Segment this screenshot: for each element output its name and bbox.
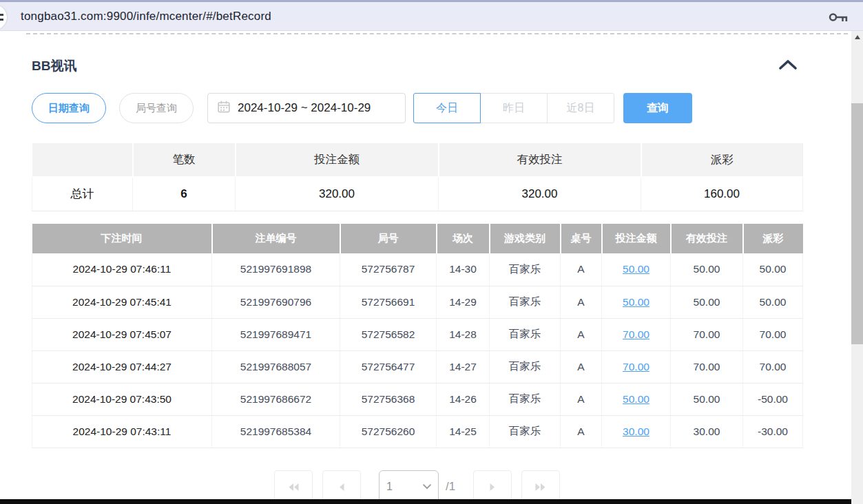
valid-bet-cell: 50.00: [671, 253, 743, 286]
game-type-cell: 百家乐: [490, 350, 561, 383]
collapse-chevron-up-icon[interactable]: [777, 59, 799, 72]
yesterday-button[interactable]: 昨日: [480, 93, 548, 123]
date-range-value: 2024-10-29 ~ 2024-10-29: [238, 101, 371, 115]
header-payout: 派彩: [743, 224, 803, 253]
site-info-icon[interactable]: [0, 5, 7, 30]
quick-range-group: 今日 昨日 近8日: [413, 93, 614, 123]
summary-total-row: 总计 6 320.00 320.00 160.00: [32, 177, 803, 211]
summary-count-value: 6: [133, 177, 236, 211]
table-row: 2024-10-29 07:45:41 521997690796 5727566…: [32, 286, 803, 318]
bet-time-cell: 2024-10-29 07:44:27: [32, 350, 212, 383]
scrollbar[interactable]: [851, 31, 863, 504]
session-cell: 14-29: [437, 286, 490, 318]
bet-time-cell: 2024-10-29 07:45:41: [32, 286, 212, 318]
order-no-cell: 521997690796: [212, 286, 340, 318]
valid-bet-cell: 30.00: [671, 415, 743, 448]
scrollbar-thumb[interactable]: [851, 103, 863, 344]
game-type-cell: 百家乐: [490, 383, 561, 415]
round-no-cell: 572756368: [340, 383, 437, 415]
payout-cell: 70.00: [743, 318, 803, 350]
key-icon[interactable]: [828, 10, 848, 28]
bet-amount-cell: 50.00: [602, 253, 671, 286]
payout-cell: -50.00: [743, 383, 803, 415]
round-no-cell: 572756691: [340, 286, 437, 318]
order-no-cell: 521997685384: [212, 415, 340, 448]
prev-page-button[interactable]: [322, 470, 361, 503]
round-query-tab[interactable]: 局号查询: [119, 93, 194, 123]
table-row: 2024-10-29 07:43:11 521997685384 5727562…: [32, 415, 803, 448]
bet-records-table: 下注时间 注单编号 局号 场次 游戏类别 桌号 投注金额 有效投注 派彩 202…: [32, 224, 803, 448]
summary-header-bet-amount: 投注金额: [236, 143, 439, 177]
valid-bet-cell: 50.00: [671, 383, 743, 415]
session-cell: 14-25: [437, 415, 490, 448]
table-row: 2024-10-29 07:44:27 521997688057 5727564…: [32, 350, 803, 383]
round-no-cell: 572756260: [340, 415, 437, 448]
pagination: 1 /1: [32, 470, 802, 503]
payout-cell: 50.00: [743, 286, 803, 318]
valid-bet-cell: 50.00: [671, 286, 743, 318]
search-button[interactable]: 查询: [623, 93, 692, 123]
header-bet-amount: 投注金额: [602, 224, 671, 253]
bet-amount-link[interactable]: 70.00: [623, 328, 649, 340]
next-page-button[interactable]: [473, 470, 512, 503]
summary-payout-value: 160.00: [641, 177, 803, 211]
bet-amount-link[interactable]: 50.00: [623, 393, 649, 405]
table-no-cell: A: [561, 253, 602, 286]
browser-address-bar[interactable]: tongbao31.com:9900/infe/mcenter/#/betRec…: [0, 2, 863, 31]
game-type-cell: 百家乐: [490, 253, 561, 286]
payout-cell: 50.00: [743, 253, 803, 286]
bet-time-cell: 2024-10-29 07:45:07: [32, 318, 212, 350]
date-query-tab[interactable]: 日期查询: [32, 93, 106, 123]
summary-header-row: 笔数 投注金额 有效投注 派彩: [32, 143, 803, 177]
total-pages-label: /1: [446, 480, 455, 494]
header-table-no: 桌号: [561, 224, 602, 253]
round-no-cell: 572756787: [340, 253, 437, 286]
last-page-button[interactable]: [521, 470, 560, 503]
page-title: BB视讯: [32, 57, 76, 75]
bet-amount-link[interactable]: 50.00: [623, 263, 649, 275]
game-type-cell: 百家乐: [490, 286, 561, 318]
order-no-cell: 521997689471: [212, 318, 340, 350]
order-no-cell: 521997688057: [212, 350, 340, 383]
last-8-days-button[interactable]: 近8日: [547, 93, 614, 123]
round-no-cell: 572756582: [340, 318, 437, 350]
header-session: 场次: [437, 224, 490, 253]
today-button[interactable]: 今日: [413, 93, 481, 123]
header-round-no: 局号: [340, 224, 437, 253]
table-no-cell: A: [561, 318, 602, 350]
table-no-cell: A: [561, 350, 602, 383]
bet-amount-link[interactable]: 70.00: [623, 361, 649, 372]
valid-bet-cell: 70.00: [671, 318, 743, 350]
table-row: 2024-10-29 07:45:07 521997689471 5727565…: [32, 318, 803, 350]
bet-amount-link[interactable]: 50.00: [623, 296, 649, 308]
session-cell: 14-27: [437, 350, 490, 383]
bet-time-cell: 2024-10-29 07:43:50: [32, 383, 212, 415]
bottom-edge: [0, 499, 851, 504]
header-order-no: 注单编号: [212, 224, 340, 253]
table-no-cell: A: [561, 415, 602, 448]
date-range-input[interactable]: 2024-10-29 ~ 2024-10-29: [207, 93, 406, 123]
summary-header-valid-bet: 有效投注: [439, 143, 641, 177]
session-cell: 14-30: [437, 253, 490, 286]
first-page-button[interactable]: [274, 470, 313, 503]
bet-amount-cell: 70.00: [602, 318, 671, 350]
payout-cell: 70.00: [743, 350, 803, 383]
bet-amount-cell: 30.00: [602, 415, 671, 448]
summary-table: 笔数 投注金额 有效投注 派彩 总计 6 320.00 320.00 160.0…: [32, 143, 803, 211]
url-text: tongbao31.com:9900/infe/mcenter/#/betRec…: [0, 10, 271, 23]
game-type-cell: 百家乐: [490, 415, 561, 448]
bet-amount-link[interactable]: 30.00: [623, 426, 649, 437]
order-no-cell: 521997691898: [212, 253, 340, 286]
dashed-divider: [26, 33, 848, 34]
order-no-cell: 521997686672: [212, 383, 340, 415]
chevron-down-icon: [423, 484, 431, 490]
records-header-row: 下注时间 注单编号 局号 场次 游戏类别 桌号 投注金额 有效投注 派彩: [32, 224, 803, 253]
game-type-cell: 百家乐: [490, 318, 561, 350]
summary-valid-bet-value: 320.00: [439, 177, 641, 211]
scroll-up-button[interactable]: [851, 31, 863, 43]
bet-time-cell: 2024-10-29 07:43:11: [32, 415, 212, 448]
bet-amount-cell: 70.00: [602, 350, 671, 383]
session-cell: 14-28: [437, 318, 490, 350]
page-select[interactable]: 1: [379, 470, 439, 503]
scroll-up-arrow-icon: [855, 35, 860, 39]
